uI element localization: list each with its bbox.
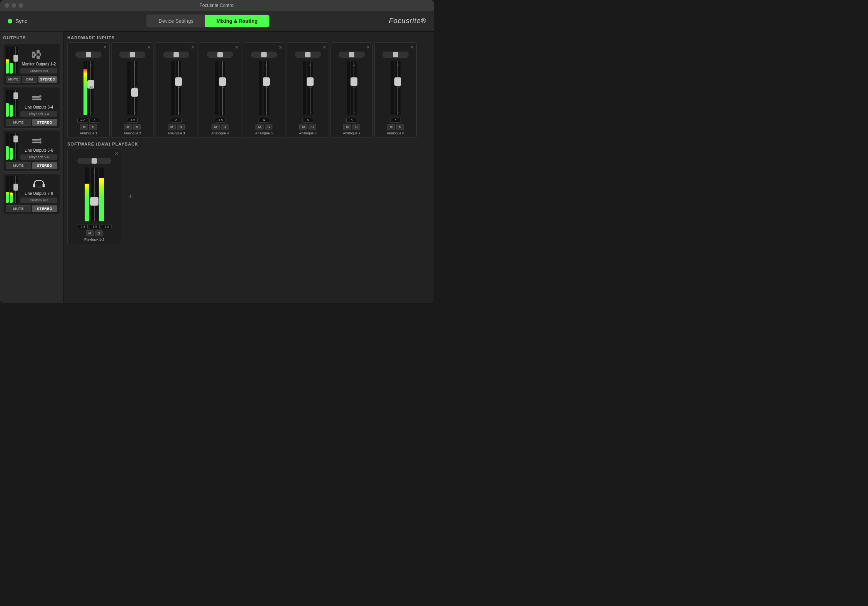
line56-fader-thumb[interactable] <box>13 136 18 142</box>
ch-pan-thumb-analogue5[interactable] <box>261 52 267 57</box>
line78-stereo-btn[interactable]: STEREO <box>32 205 57 212</box>
ch-close-analogue1[interactable]: ✕ <box>103 45 107 50</box>
ch-pan-analogue8[interactable] <box>382 52 408 58</box>
ch-mute-a4[interactable]: M <box>212 124 220 130</box>
line78-output-routing[interactable]: Custom Mix <box>20 198 57 203</box>
ch-pan-playback12[interactable] <box>77 158 111 164</box>
maximize-button[interactable] <box>18 3 23 8</box>
ch-close-analogue6[interactable]: ✕ <box>322 45 326 50</box>
ch-solo-a3[interactable]: S <box>177 124 185 130</box>
ch-pan-analogue1[interactable] <box>75 52 101 58</box>
ch-value-p12-left[interactable]: -2.3 <box>77 224 88 229</box>
ch-mute-a6[interactable]: M <box>299 124 308 130</box>
ch-fader-thumb-a6[interactable] <box>307 77 314 86</box>
monitor-stereo-btn[interactable]: STEREO <box>38 76 57 83</box>
ch-pan-thumb-analogue4[interactable] <box>217 52 223 57</box>
ch-mute-p12[interactable]: M <box>86 230 94 236</box>
ch-pan-thumb-analogue1[interactable] <box>86 52 91 57</box>
ch-value-a5[interactable]: 0 <box>259 118 269 123</box>
ch-fader-thumb-a3[interactable] <box>175 77 182 86</box>
line56-fader-track[interactable] <box>13 133 18 160</box>
ch-value-a2[interactable]: -8.5 <box>127 118 138 123</box>
line56-stereo-btn[interactable]: STEREO <box>32 162 57 169</box>
line34-mute-btn[interactable]: MUTE <box>6 119 31 126</box>
ch-pan-thumb-analogue2[interactable] <box>130 52 135 57</box>
line78-mute-btn[interactable]: MUTE <box>6 205 31 212</box>
ch-solo-a2[interactable]: S <box>133 124 141 130</box>
ch-fader-thumb-a2[interactable] <box>131 88 138 97</box>
line34-output-routing[interactable]: Playback 3-4 <box>20 111 57 117</box>
ch-fader-thumb-p12[interactable] <box>90 197 98 206</box>
add-channel-button[interactable]: + <box>123 149 138 244</box>
line78-fader-thumb[interactable] <box>13 184 18 191</box>
ch-fader-track-a4[interactable]: 0 -12 -∞ <box>220 61 225 115</box>
ch-close-analogue2[interactable]: ✕ <box>147 45 151 50</box>
ch-pan-thumb-analogue3[interactable] <box>174 52 179 57</box>
ch-mute-a2[interactable]: M <box>124 124 132 130</box>
ch-fader-thumb-a7[interactable] <box>351 77 357 86</box>
monitor-fader-track[interactable] <box>13 47 18 74</box>
ch-mute-a3[interactable]: M <box>168 124 176 130</box>
minimize-button[interactable] <box>12 3 16 8</box>
ch-pan-analogue4[interactable] <box>207 52 233 58</box>
monitor-fader-thumb[interactable] <box>13 55 18 62</box>
ch-value-a3[interactable]: 0 <box>171 118 182 123</box>
ch-close-analogue5[interactable]: ✕ <box>279 45 282 50</box>
tab-mixing-routing[interactable]: Mixing & Routing <box>205 15 269 27</box>
ch-fader-track-p12[interactable]: 0 -12 -∞ <box>91 167 98 221</box>
ch-fader-thumb-a8[interactable] <box>394 77 401 86</box>
ch-value-p12-right[interactable]: -2.3 <box>101 224 112 229</box>
ch-mute-a8[interactable]: M <box>387 124 396 130</box>
line34-stereo-btn[interactable]: STEREO <box>32 119 57 126</box>
ch-fader-track-a5[interactable]: 0 -12 -∞ <box>264 61 269 115</box>
ch-pan-analogue7[interactable] <box>339 52 364 58</box>
monitor-output-routing[interactable]: Custom Mix <box>20 68 57 74</box>
window-controls[interactable] <box>5 3 23 8</box>
ch-value-a1-right[interactable]: 0 <box>89 118 100 123</box>
ch-value-a8[interactable]: 0 <box>390 118 401 123</box>
ch-pan-analogue5[interactable] <box>251 52 277 58</box>
ch-value-a6[interactable]: 0 <box>302 118 313 123</box>
ch-solo-a4[interactable]: S <box>221 124 229 130</box>
line56-output-routing[interactable]: Playback 5-6 <box>20 154 57 160</box>
ch-pan-thumb-analogue6[interactable] <box>305 52 310 57</box>
ch-mute-a1[interactable]: M <box>80 124 88 130</box>
ch-fader-track-a8[interactable]: 0 -12 -∞ <box>395 61 401 115</box>
line34-fader-track[interactable] <box>13 90 18 117</box>
ch-solo-a6[interactable]: S <box>309 124 316 130</box>
ch-fader-track-a3[interactable]: 0 -12 -∞ <box>176 61 181 115</box>
monitor-dim-btn[interactable]: DIM <box>22 76 37 83</box>
ch-mute-a5[interactable]: M <box>255 124 264 130</box>
ch-fader-thumb-a4[interactable] <box>219 77 226 86</box>
ch-solo-a8[interactable]: S <box>396 124 404 130</box>
ch-fader-track-a7[interactable]: 0 -12 -∞ <box>351 61 357 115</box>
ch-solo-p12[interactable]: S <box>95 230 103 236</box>
ch-value-p12-mid[interactable]: -9.5 <box>89 224 100 229</box>
ch-pan-thumb-analogue8[interactable] <box>393 52 398 57</box>
ch-close-analogue4[interactable]: ✕ <box>235 45 239 50</box>
ch-solo-a1[interactable]: S <box>89 124 97 130</box>
line78-fader-track[interactable] <box>13 176 18 203</box>
ch-fader-track-a6[interactable]: 0 -12 -∞ <box>307 61 313 115</box>
ch-value-a7[interactable]: 0 <box>346 118 357 123</box>
ch-fader-track-a1[interactable]: 0 -12 -∞ <box>88 61 93 115</box>
ch-close-analogue7[interactable]: ✕ <box>366 45 370 50</box>
ch-fader-thumb-a5[interactable] <box>263 77 270 86</box>
ch-close-analogue8[interactable]: ✕ <box>410 45 414 50</box>
ch-mute-a7[interactable]: M <box>343 124 352 130</box>
ch-close-analogue3[interactable]: ✕ <box>191 45 195 50</box>
tab-device-settings[interactable]: Device Settings <box>147 15 205 27</box>
line56-mute-btn[interactable]: MUTE <box>6 162 31 169</box>
close-button[interactable] <box>5 3 9 8</box>
tab-group[interactable]: Device Settings Mixing & Routing <box>147 15 269 27</box>
ch-pan-thumb-playback12[interactable] <box>92 158 97 164</box>
ch-value-a4[interactable]: -1.5 <box>215 118 225 123</box>
line34-fader-thumb[interactable] <box>13 92 18 99</box>
ch-pan-analogue2[interactable] <box>119 52 145 58</box>
ch-pan-thumb-analogue7[interactable] <box>349 52 354 57</box>
ch-value-a1-left[interactable]: -4.6 <box>77 118 88 123</box>
ch-pan-analogue6[interactable] <box>295 52 320 58</box>
ch-close-playback12[interactable]: ✕ <box>115 151 119 156</box>
ch-pan-analogue3[interactable] <box>163 52 189 58</box>
ch-fader-track-a2[interactable]: 0 -12 -∞ <box>132 61 137 115</box>
